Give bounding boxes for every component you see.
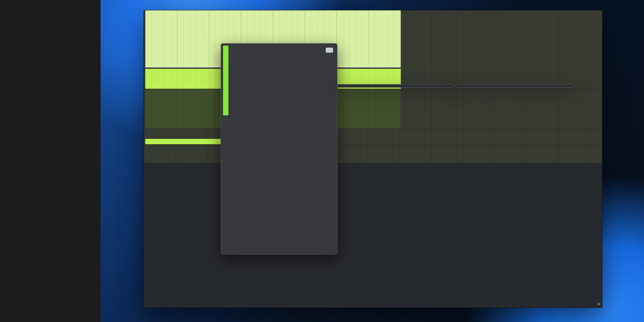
event-color-strip [223,46,228,115]
stage: ◀ ▶ ▶ [0,0,644,322]
context-menu [221,56,337,59]
event-active-toggle[interactable] [326,48,333,53]
left-panel [0,0,101,322]
inspector-fields [221,44,337,56]
daw-window: ◀ ▶ ▶ [144,10,602,308]
track-divider [144,145,602,145]
mixer [144,173,602,308]
audio-bend-submenu [455,84,573,88]
audio-submenu [337,84,454,88]
fender-studio-pro-logo [0,293,101,305]
track-divider [144,89,602,89]
track-divider [144,128,602,129]
event-inspector-panel [221,43,337,255]
expand-corner-arrow[interactable]: ▶ [598,302,601,306]
